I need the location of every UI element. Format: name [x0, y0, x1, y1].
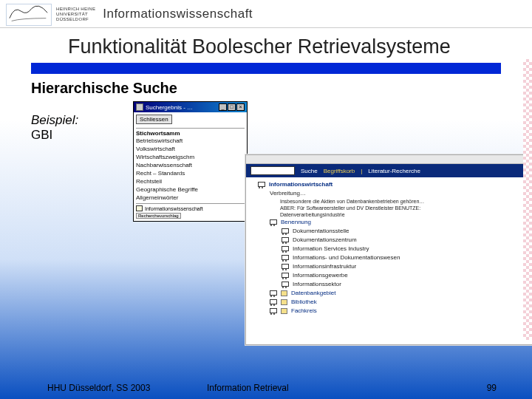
popup-titlebar[interactable]: Suchergebnis - … _ □ × — [134, 102, 247, 112]
research-suggest-button[interactable]: Recherchevorschlag — [136, 213, 181, 219]
popup-window: Suchergebnis - … _ □ × Schliessen Stichw… — [133, 101, 248, 222]
title-bar — [31, 63, 501, 74]
example-label: Beispiel: GBI — [31, 113, 112, 357]
item-text[interactable]: Information Services Industry — [293, 245, 369, 253]
folder-icon[interactable] — [281, 308, 287, 314]
close-button[interactable]: × — [236, 103, 245, 111]
list-item: Dokumentationsstelle — [258, 227, 532, 236]
category-item[interactable]: Volkswirtschaft — [136, 145, 245, 153]
browser-menubar[interactable] — [246, 155, 532, 164]
list-item: Informations- und Dokumentationswesen — [258, 253, 532, 262]
category-list: Betriebswirtschaft Volkswirtschaft Wirts… — [136, 137, 245, 202]
cart-icon[interactable] — [282, 282, 289, 287]
category-item[interactable]: Wirtschaftszweigschm — [136, 153, 245, 161]
browser-body: Informationswirtschaft Verbreitung… Insb… — [246, 177, 532, 344]
sub-header: Benennung — [258, 218, 532, 227]
definition-line: Datenverarbeitungsindustrie — [258, 211, 532, 218]
cart-icon[interactable] — [270, 299, 277, 305]
slide-footer: HHU Düsseldorf, SS 2003 Information Retr… — [0, 383, 532, 393]
branch-text[interactable]: Fachkreis — [291, 307, 317, 316]
item-text[interactable]: Informationssektor — [293, 280, 341, 289]
example-name: GBI — [31, 128, 112, 143]
nav-separator: | — [361, 168, 362, 174]
branch-item: Fachkreis — [258, 307, 532, 316]
list-item: Informationsgewerbe — [258, 271, 532, 280]
list-item: Information Services Industry — [258, 245, 532, 253]
cart-row: Informationswissenschaft — [136, 203, 245, 211]
search-input[interactable] — [250, 166, 295, 175]
footer-page: 99 — [487, 383, 532, 393]
uni-logo — [6, 4, 52, 26]
cart-icon[interactable] — [270, 308, 277, 314]
category-header: Stichwortsamm — [136, 130, 245, 137]
maximize-button[interactable]: □ — [228, 103, 236, 111]
item-text[interactable]: Dokumentationsstelle — [293, 227, 349, 236]
branch-text[interactable]: Datenbankgebiet — [291, 289, 336, 298]
cart-icon[interactable] — [282, 264, 289, 270]
popup-app-icon — [136, 103, 143, 111]
definition-line: Insbesondere die Aktien von Datenbankenb… — [258, 198, 532, 205]
item-text[interactable]: Dokumentationszentrum — [293, 236, 357, 245]
screenshot-area: Suchergebnis - … _ □ × Schliessen Stichw… — [112, 113, 532, 357]
popup-title-text: Suchergebnis - … — [146, 104, 193, 111]
footer-center: Information Retrieval — [207, 383, 487, 393]
cart-icon[interactable] — [270, 290, 277, 296]
uni-line3: DÜSSELDORF — [56, 17, 95, 22]
category-item[interactable]: Allgemeinwörter — [136, 194, 245, 202]
branch-text[interactable]: Bibliothek — [291, 298, 317, 307]
cart-icon[interactable] — [282, 237, 289, 243]
definition-line: ABER: Für Softwareersteller und DV Diens… — [258, 205, 532, 211]
list-item: Informationssektor — [258, 280, 532, 289]
browser-window: Suche Begriffskorb | Literatur-Recherche… — [245, 154, 532, 345]
list-item: Informationsinfrastruktur — [258, 262, 532, 271]
browser-navbar: Suche Begriffskorb | Literatur-Recherche — [246, 164, 532, 177]
department-title: Informationswissenschaft — [103, 7, 253, 23]
category-item[interactable]: Recht – Standards — [136, 169, 245, 177]
result-line: Verbreitung… — [258, 189, 532, 198]
nav-link-begriffskorb[interactable]: Begriffskorb — [324, 168, 355, 174]
cart-term: Informationswissenschaft — [145, 206, 203, 211]
category-item[interactable]: Nachbarwissenschaft — [136, 161, 245, 169]
cart-icon[interactable] — [282, 255, 289, 261]
item-text[interactable]: Informations- und Dokumentationswesen — [293, 253, 400, 262]
nav-link-literatur[interactable]: Literatur-Recherche — [368, 168, 420, 174]
cart-icon[interactable] — [258, 182, 265, 188]
folder-icon[interactable] — [281, 290, 287, 296]
head-term[interactable]: Informationswirtschaft — [269, 180, 332, 189]
category-item[interactable]: Geographische Begriffe — [136, 185, 245, 194]
line-text: Verbreitung… — [270, 189, 306, 198]
uni-line2: UNIVERSITÄT — [56, 12, 95, 17]
result-head: Informationswirtschaft — [258, 180, 532, 189]
branch-item: Bibliothek — [258, 298, 532, 307]
list-item: Dokumentationszentrum — [258, 236, 532, 245]
category-item[interactable]: Betriebswirtschaft — [136, 137, 245, 145]
slide-subtitle: Hierarchische Suche — [0, 80, 532, 97]
uni-name: HEINRICH HEINE UNIVERSITÄT DÜSSELDORF — [56, 7, 95, 22]
slide-header: HEINRICH HEINE UNIVERSITÄT DÜSSELDORF In… — [0, 0, 532, 28]
footer-left: HHU Düsseldorf, SS 2003 — [0, 383, 207, 393]
popup-body: Schliessen Stichwortsamm Betriebswirtsch… — [134, 112, 247, 221]
cart-icon[interactable] — [282, 246, 289, 252]
cart-icon[interactable] — [136, 205, 143, 211]
cart-icon[interactable] — [282, 228, 289, 234]
transparency-edge — [523, 59, 532, 340]
minimize-button[interactable]: _ — [219, 103, 227, 111]
branch-item: Datenbankgebiet — [258, 289, 532, 298]
sub-header-text[interactable]: Benennung — [281, 218, 311, 227]
example-word: Beispiel: — [31, 113, 112, 128]
schliessen-button[interactable]: Schliessen — [136, 115, 172, 124]
nav-label-suche[interactable]: Suche — [301, 168, 318, 174]
cart-icon[interactable] — [270, 219, 277, 225]
folder-icon[interactable] — [281, 299, 287, 305]
item-text[interactable]: Informationsgewerbe — [293, 271, 348, 280]
uni-line1: HEINRICH HEINE — [56, 7, 95, 12]
item-text[interactable]: Informationsinfrastruktur — [293, 262, 356, 271]
category-item[interactable]: Rechtsteil — [136, 177, 245, 185]
cart-icon[interactable] — [282, 273, 289, 279]
slide-title: Funktionalität Boolescher Retrievalsyste… — [0, 28, 532, 63]
